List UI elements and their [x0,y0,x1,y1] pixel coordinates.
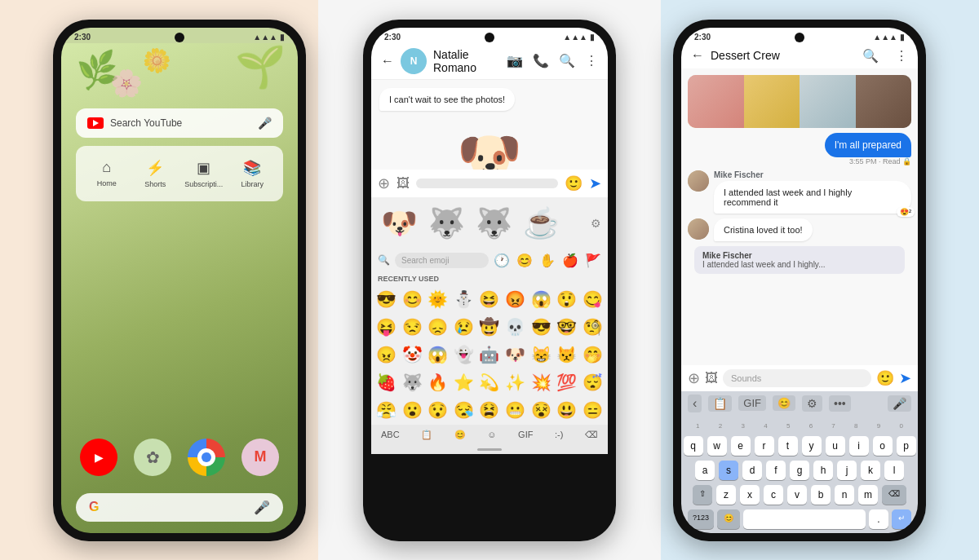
key-backspace[interactable]: ⌫ [882,485,906,505]
more-options-icon-3[interactable]: ⋮ [895,48,908,64]
emoji-45[interactable]: 😑 [580,397,605,423]
compose-bar-2[interactable]: ⊕ 🖼 🙂 ➤ [371,170,608,197]
gif-tab[interactable]: GIF [518,430,533,439]
emoji-42[interactable]: 😬 [503,397,528,423]
key-q[interactable]: q [684,436,703,456]
emoji-30[interactable]: 🔥 [426,369,450,395]
key-enter[interactable]: ↵ [892,509,911,529]
sticker-icon[interactable]: 🖼 [396,176,410,191]
key-numbers[interactable]: ?123 [688,509,714,529]
key-p[interactable]: p [897,436,916,456]
youtube-widget[interactable]: Search YouTube 🎤 ⌂ Home ⚡ Shorts [76,108,283,201]
emoji-27[interactable]: 🤭 [580,342,605,368]
emoji-11[interactable]: 😒 [401,314,425,340]
kb-gif-btn[interactable]: GIF [738,395,766,411]
emoji-37[interactable]: 😤 [374,397,399,423]
app-icon-chrome[interactable] [188,439,225,476]
emoji-21[interactable]: 😱 [426,342,450,368]
app-icon-gmail[interactable]: M [241,439,279,476]
kb-settings-icon[interactable]: ⚙ [802,395,822,412]
clipboard-icon[interactable]: 📋 [421,430,432,440]
emoji-tab-active[interactable]: 😊 [454,430,466,440]
emoji-26[interactable]: 😾 [555,342,579,368]
emoji-44[interactable]: 😃 [555,397,579,423]
emoji-search-bar[interactable]: 🔍 Search emoji 🕐 😊 ✋ 🍎 🚩 [371,249,608,271]
emoji-search-input[interactable]: Search emoji [395,253,489,268]
key-j[interactable]: j [837,461,857,480]
video-call-icon[interactable]: 📷 [507,53,523,68]
emoji-25[interactable]: 😸 [529,342,553,368]
emoji-35[interactable]: 💯 [555,369,579,395]
sticker-4[interactable]: ☕ [520,202,562,245]
key-r[interactable]: r [755,436,774,456]
emoji-24[interactable]: 🐶 [503,342,528,368]
key-y[interactable]: y [802,436,822,456]
app-icon-youtube[interactable]: ▶ [80,439,117,476]
emoji-22[interactable]: 👻 [452,342,476,368]
backspace-emoji-icon[interactable]: ⌫ [585,430,598,440]
yt-mic-icon[interactable]: 🎤 [258,117,272,130]
app-icon-fan[interactable]: ✿ [134,439,171,476]
settings-sticker-icon[interactable]: ⚙ [591,202,601,245]
yt-search-text[interactable]: Search YouTube [110,117,251,129]
emoji-7[interactable]: 😱 [529,286,553,312]
key-l[interactable]: l [884,461,904,480]
compose-input-2[interactable] [416,179,558,188]
search-icon-chat[interactable]: 🔍 [559,53,575,68]
key-t[interactable]: t [778,436,798,456]
emoji-16[interactable]: 😎 [529,314,553,340]
kb-clipboard-icon[interactable]: 📋 [708,395,732,412]
emoji-36[interactable]: 😴 [580,369,605,395]
emoji-12[interactable]: 😞 [426,314,450,340]
smiley-emoji-icon[interactable]: 😊 [516,253,533,268]
abc-key[interactable]: ABC [381,430,400,439]
more-options-icon[interactable]: ⋮ [585,53,598,68]
key-k[interactable]: k [861,461,880,480]
key-i[interactable]: i [849,436,869,456]
key-n[interactable]: n [835,485,854,505]
emoji-38[interactable]: 😮 [401,397,425,423]
key-space[interactable] [743,509,866,529]
food-emoji-icon[interactable]: 🍎 [562,253,578,268]
emoji-32[interactable]: 💫 [477,369,502,395]
emoji-40[interactable]: 😪 [452,397,476,423]
emoticon-tab[interactable]: :-) [555,430,563,439]
emoji-2[interactable]: 😊 [401,286,425,312]
emoji-18[interactable]: 🧐 [580,314,605,340]
emoji-6[interactable]: 😡 [503,286,528,312]
key-shift[interactable]: ⇧ [693,485,712,505]
key-b[interactable]: b [811,485,831,505]
key-w[interactable]: w [707,436,727,456]
yt-nav-shorts[interactable]: ⚡ Shorts [133,154,179,193]
emoji-13[interactable]: 😢 [452,314,476,340]
key-a[interactable]: a [695,461,715,480]
key-s[interactable]: s [719,461,738,480]
image-icon-3[interactable]: 🖼 [705,371,718,386]
key-g[interactable]: g [790,461,809,480]
key-c[interactable]: c [764,485,783,505]
key-f[interactable]: f [766,461,786,480]
sticker-tab[interactable]: ☺ [487,430,496,439]
compose-input-3[interactable]: Sounds [723,369,871,387]
kb-more-icon[interactable]: ••• [829,395,851,412]
key-h[interactable]: h [813,461,833,480]
key-v[interactable]: v [787,485,807,505]
emoji-17[interactable]: 🤓 [555,314,579,340]
emoji-14[interactable]: 🤠 [477,314,502,340]
emoji-1[interactable]: 😎 [374,286,399,312]
yt-nav-home[interactable]: ⌂ Home [84,154,130,193]
yt-nav-library[interactable]: 📚 Library [230,154,276,193]
key-m[interactable]: m [858,485,878,505]
clock-emoji-icon[interactable]: 🕐 [494,253,510,268]
flag-emoji-icon[interactable]: 🚩 [585,253,601,268]
emoji-4[interactable]: ⛄ [452,286,476,312]
back-button-3[interactable]: ← [691,48,704,63]
emoji-23[interactable]: 🤖 [477,342,502,368]
emoji-icon-3[interactable]: 🙂 [876,369,894,387]
sticker-2[interactable]: 🐺 [425,202,467,245]
send-icon-2[interactable]: ➤ [589,174,601,192]
google-mic-icon[interactable]: 🎤 [254,500,270,515]
emoji-33[interactable]: ✨ [503,369,528,395]
phone-call-icon[interactable]: 📞 [533,53,549,68]
yt-nav-subscriptions[interactable]: ▣ Subscripti... [181,154,227,193]
